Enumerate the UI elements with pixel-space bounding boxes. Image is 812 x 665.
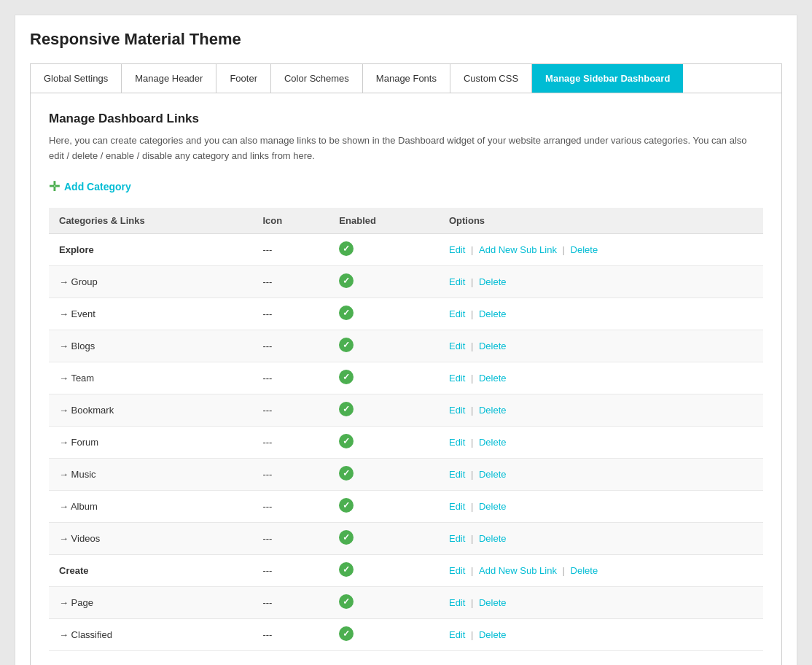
enabled-cell (329, 362, 439, 394)
option-edit-link[interactable]: Edit (449, 373, 465, 384)
options-separator: | (468, 437, 476, 448)
option-edit-link[interactable]: Edit (449, 308, 465, 319)
table-row: Explore---Edit | Add New Sub Link | Dele… (49, 233, 763, 265)
option-delete-link[interactable]: Delete (479, 501, 507, 512)
sublink-name-cell: → Blogs (49, 330, 252, 362)
enabled-check-icon (339, 498, 354, 513)
table-row: → Bookmark---Edit | Delete (49, 394, 763, 426)
option-edit-link[interactable]: Edit (449, 276, 465, 287)
sublink-name-cell: → Classified (49, 618, 252, 650)
options-cell: Edit | Add New Sub Link | Delete (439, 233, 763, 265)
options-separator: | (468, 597, 476, 608)
options-cell: Edit | Delete (439, 586, 763, 618)
enabled-cell (329, 554, 439, 586)
option-edit-link[interactable]: Edit (449, 565, 465, 576)
enabled-cell (329, 298, 439, 330)
option-delete-link[interactable]: Delete (479, 469, 507, 480)
icon-cell: --- (252, 618, 329, 650)
option-delete-link[interactable]: Delete (479, 597, 507, 608)
option-delete-link[interactable]: Delete (571, 244, 598, 255)
options-separator: | (468, 469, 476, 480)
category-name-cell: Create (49, 554, 252, 586)
enabled-cell (329, 618, 439, 650)
sublink-name-cell: → Bookmark (49, 394, 252, 426)
options-cell: Edit | Delete (439, 522, 763, 554)
option-delete-link[interactable]: Delete (479, 341, 507, 351)
option-edit-link[interactable]: Edit (449, 533, 465, 544)
dashboard-links-table: Categories & Links Icon Enabled Options … (49, 208, 763, 651)
options-separator: | (560, 565, 568, 576)
option-edit-link[interactable]: Edit (449, 405, 465, 416)
sublink-name-cell: → Videos (49, 522, 252, 554)
enabled-check-icon (339, 434, 354, 448)
option-delete-link[interactable]: Delete (479, 308, 507, 319)
options-cell: Edit | Delete (439, 330, 763, 362)
enabled-check-icon (339, 562, 354, 577)
tab-custom-css[interactable]: Custom CSS (450, 64, 532, 93)
tab-footer[interactable]: Footer (216, 64, 271, 93)
sublink-name-cell: → Team (49, 362, 252, 394)
options-cell: Edit | Delete (439, 490, 763, 522)
sublink-name-cell: → Album (49, 490, 252, 522)
tab-color-schemes[interactable]: Color Schemes (271, 64, 363, 93)
table-row: Create---Edit | Add New Sub Link | Delet… (49, 554, 763, 586)
option-edit-link[interactable]: Edit (449, 244, 465, 255)
sublink-name-cell: → Music (49, 458, 252, 490)
enabled-check-icon (339, 402, 354, 416)
option-delete-link[interactable]: Delete (479, 276, 507, 287)
options-cell: Edit | Delete (439, 394, 763, 426)
option-delete-link[interactable]: Delete (479, 373, 507, 384)
enabled-cell (329, 394, 439, 426)
enabled-check-icon (339, 370, 354, 384)
option-delete-link[interactable]: Delete (479, 629, 507, 640)
options-separator: | (468, 405, 476, 416)
option-add-new-sub-link-link[interactable]: Add New Sub Link (479, 244, 557, 255)
table-row: → Forum---Edit | Delete (49, 426, 763, 458)
enabled-cell (329, 330, 439, 362)
enabled-check-icon (339, 594, 354, 609)
add-category-button[interactable]: ✛ Add Category (49, 179, 763, 195)
options-separator: | (468, 308, 476, 319)
enabled-cell (329, 522, 439, 554)
option-edit-link[interactable]: Edit (449, 437, 465, 448)
options-cell: Edit | Delete (439, 618, 763, 650)
option-edit-link[interactable]: Edit (449, 597, 465, 608)
option-edit-link[interactable]: Edit (449, 469, 465, 480)
option-edit-link[interactable]: Edit (449, 341, 465, 351)
option-edit-link[interactable]: Edit (449, 501, 465, 512)
sublink-name-cell: → Group (49, 265, 252, 298)
plus-icon: ✛ (49, 179, 60, 195)
options-separator: | (468, 341, 476, 351)
icon-cell: --- (252, 586, 329, 618)
option-delete-link[interactable]: Delete (479, 405, 507, 416)
enabled-check-icon (339, 306, 354, 320)
table-row: → Videos---Edit | Delete (49, 522, 763, 554)
options-cell: Edit | Delete (439, 265, 763, 298)
table-row: → Album---Edit | Delete (49, 490, 763, 522)
col-header-options: Options (439, 208, 763, 234)
option-delete-link[interactable]: Delete (479, 437, 507, 448)
icon-cell: --- (252, 265, 329, 298)
table-row: → Page---Edit | Delete (49, 586, 763, 618)
option-add-new-sub-link-link[interactable]: Add New Sub Link (479, 565, 557, 576)
section-desc: Here, you can create categories and you … (49, 133, 763, 164)
tab-manage-sidebar-dashboard[interactable]: Manage Sidebar Dashboard (532, 64, 683, 93)
icon-cell: --- (252, 522, 329, 554)
options-separator: | (468, 533, 476, 544)
enabled-cell (329, 265, 439, 298)
enabled-cell (329, 458, 439, 490)
tab-manage-header[interactable]: Manage Header (122, 64, 216, 93)
tab-manage-fonts[interactable]: Manage Fonts (363, 64, 450, 93)
option-edit-link[interactable]: Edit (449, 629, 465, 640)
table-row: → Event---Edit | Delete (49, 298, 763, 330)
enabled-check-icon (339, 466, 354, 481)
icon-cell: --- (252, 233, 329, 265)
tab-global-settings[interactable]: Global Settings (31, 64, 122, 93)
table-row: → Music---Edit | Delete (49, 458, 763, 490)
option-delete-link[interactable]: Delete (479, 533, 507, 544)
enabled-cell (329, 233, 439, 265)
icon-cell: --- (252, 394, 329, 426)
option-delete-link[interactable]: Delete (571, 565, 598, 576)
options-separator: | (468, 373, 476, 384)
col-header-enabled: Enabled (329, 208, 439, 234)
